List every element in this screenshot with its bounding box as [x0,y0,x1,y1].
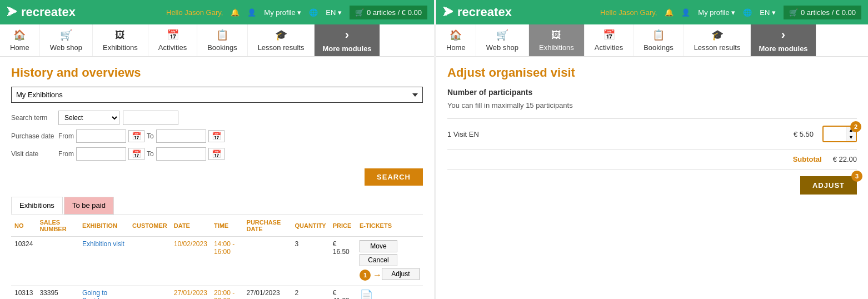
search-term-label: Search term [11,114,58,122]
cancel-button-row1[interactable]: Cancel [360,254,397,266]
visit-date-row: From 📅 To 📅 [58,147,423,161]
visit-label: 1 Visit EN [447,130,794,138]
globe-icon-left: 🌐 [309,8,318,17]
search-term-row: Select [58,111,423,125]
purchase-to-cal[interactable]: 📅 [208,130,225,142]
nav-webshop-right[interactable]: 🛒 Web shop [476,24,529,56]
tab-exhibitions[interactable]: Exhibitions [11,197,63,215]
bookings-icon-left: 📋 [216,29,228,41]
visit-date-label: Visit date [11,150,58,158]
row2-customer [129,286,171,300]
profile-link-left[interactable]: My profile ▾ [264,8,301,17]
visit-from-cal[interactable]: 📅 [128,148,144,160]
nav-lessonresults-left[interactable]: 🎓 Lesson results [248,24,315,56]
nav-lessonresults-right[interactable]: 🎓 Lesson results [684,24,751,56]
webshop-icon-right: 🛒 [496,29,508,41]
more-icon-right: › [781,28,785,42]
purchase-from-input[interactable] [76,129,126,143]
row1-exhibition-link[interactable]: Exhibition visit [82,240,124,248]
user-icon-left: 👤 [247,8,256,17]
table-body: 10324 Exhibition visit 10/02/2023 14:00 … [11,237,423,300]
nav-more-right[interactable]: › More modules [751,24,816,56]
adjust-button[interactable]: ADJUST [800,176,857,195]
table-row: 10313 33395 Going to Benidorm 27/01/2023… [11,286,423,300]
pdf-icon-row2[interactable]: 📄 [360,290,373,299]
exhibitions-dropdown[interactable]: My Exhibitions [11,87,423,103]
search-button[interactable]: SEARCH [365,168,423,186]
bookings-icon-right: 📋 [652,29,665,41]
col-exhibition: EXHIBITION [79,215,129,237]
filters-area: Search term Select Purchase date From 📅 … [11,111,423,161]
nav-bookings-right[interactable]: 📋 Bookings [633,24,684,56]
lang-left[interactable]: EN ▾ [326,8,342,17]
nav-bookings-label-right: Bookings [643,43,673,52]
logo-right: ⮞ recreatex [443,5,512,19]
nav-activities-right[interactable]: 📅 Activities [585,24,633,56]
qty-control: 4 ▲ ▼ 2 [822,126,857,142]
exhibitions-icon-right: 🖼 [551,29,561,41]
row2-date: 27/01/2023 [171,286,211,300]
row2-exhibition-link[interactable]: Going to Benidorm [82,289,111,299]
row1-actions: Move Cancel 1 → Adjust [356,237,423,286]
row2-time-link[interactable]: 20:00 - 22:00 [214,289,235,299]
move-button-row1[interactable]: Move [360,240,397,252]
nav-bookings-left[interactable]: 📋 Bookings [197,24,247,56]
to-label-visit: To [147,150,154,158]
row2-no: 10313 [11,286,36,300]
topbar-right-right: Hello Jason Gary, 🔔 👤 My profile ▾ 🌐 EN … [600,6,861,19]
nav-activities-left[interactable]: 📅 Activities [148,24,197,56]
adjust-btn-wrap: ADJUST 3 [447,176,857,195]
search-term-select[interactable]: Select [58,111,119,125]
col-date: DATE [171,215,211,237]
exhibitions-icon-left: 🖼 [115,29,125,41]
row2-time: 20:00 - 22:00 [211,286,243,300]
col-sales-number: SALES NUMBER [36,215,79,237]
visit-from-input[interactable] [76,147,126,161]
row1-time-link[interactable]: 14:00 - 16:00 [214,240,235,256]
row2-purchase-date: 27/01/2023 [243,286,292,300]
tab-tobepaid[interactable]: To be paid [64,197,114,215]
nav-home-left[interactable]: 🏠 Home [0,24,40,56]
greeting-left: Hello Jason Gary, [166,8,223,17]
row2-quantity: 2 [291,286,329,300]
nav-exhibitions-left[interactable]: 🖼 Exhibitions [93,24,148,56]
qty-input[interactable]: 4 [824,127,846,141]
profile-link-right[interactable]: My profile ▾ [698,8,735,17]
nav-bookings-label-left: Bookings [207,43,237,52]
cart-button-left[interactable]: 🛒 0 articles / € 0.00 [350,6,427,19]
cart-button-right[interactable]: 🛒 0 articles / € 0.00 [784,6,861,19]
row1-customer [129,237,171,286]
arrow-icon-row1: → [373,270,382,280]
row2-date-link[interactable]: 27/01/2023 [174,289,207,297]
webshop-icon-left: 🛒 [60,29,72,41]
nav-home-right[interactable]: 🏠 Home [436,24,476,56]
left-content: History and overviews My Exhibitions Sea… [0,57,434,299]
nav-exhibitions-right[interactable]: 🖼 Exhibitions [529,24,585,56]
nav-more-left[interactable]: › More modules [315,24,380,56]
row1-date-link[interactable]: 10/02/2023 [174,240,207,248]
purchase-to-input[interactable] [156,129,206,143]
purchase-from-cal[interactable]: 📅 [128,130,144,142]
nav-right: 🏠 Home 🛒 Web shop 🖼 Exhibitions 📅 Activi… [436,24,868,57]
visit-to-input[interactable] [156,147,206,161]
nav-home-label-left: Home [10,43,29,52]
home-icon-right: 🏠 [450,29,462,41]
row1-exhibition: Exhibition visit [79,237,129,286]
filter-grid: Search term Select Purchase date From 📅 … [11,111,423,161]
adjust-button-row1[interactable]: Adjust [382,268,420,280]
right-page-title: Adjust organised visit [447,66,857,80]
home-icon-left: 🏠 [13,29,26,41]
nav-webshop-label-right: Web shop [486,43,518,52]
logo-icon-right: ⮞ [443,6,454,19]
nav-activities-label-left: Activities [158,43,187,52]
qty-down-button[interactable]: ▼ [846,134,856,141]
section-heading: Number of participants [447,88,857,97]
nav-activities-label-right: Activities [595,43,623,52]
search-btn-wrap: SEARCH [11,168,423,191]
nav-webshop-label-left: Web shop [50,43,82,52]
search-term-input[interactable] [123,111,178,125]
nav-webshop-left[interactable]: 🛒 Web shop [40,24,93,56]
visit-to-cal[interactable]: 📅 [208,148,225,160]
lang-right[interactable]: EN ▾ [760,8,776,17]
nav-lessonresults-label-left: Lesson results [258,43,305,52]
